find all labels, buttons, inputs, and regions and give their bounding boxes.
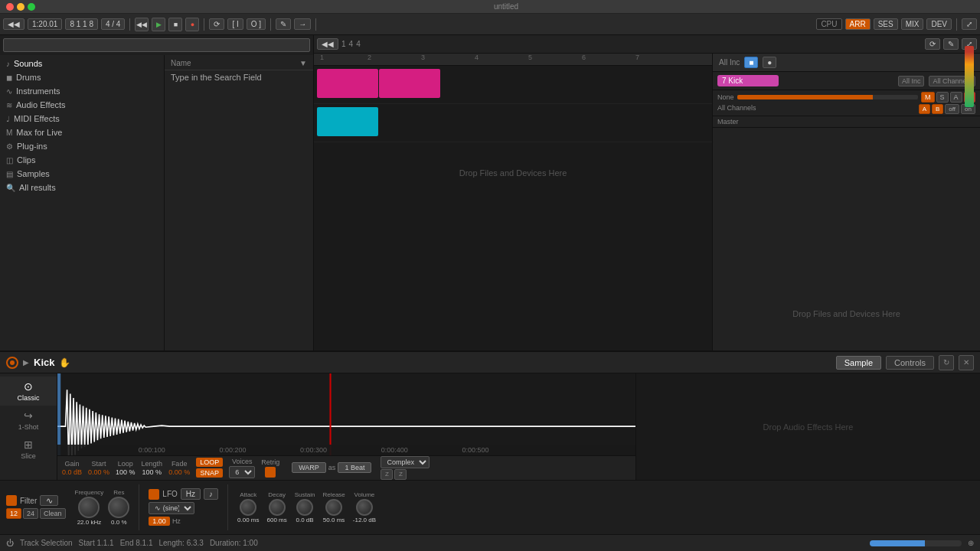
ctrl-blue-btn[interactable]: ■ [744,57,758,68]
attack-value: 0.00 ms [237,517,259,523]
lfo-toggle[interactable] [149,489,159,500]
dev-tab[interactable]: DEV [926,18,952,30]
cat-plugins-label: Plug-ins [17,142,47,151]
minimize-btn[interactable] [17,3,24,11]
filter-12-btn[interactable]: 12 [6,508,21,519]
filter-section: Filter ∿ 12 24 Clean Frequency 22.0 kHz … [0,480,980,534]
sampler-refresh-btn[interactable]: ↻ [939,355,954,370]
cat-clips[interactable]: ◫ Clips [0,153,164,167]
ruler-2: 2 [368,54,371,61]
follow-btn[interactable]: → [294,18,311,30]
warp-btn[interactable]: WARP [292,462,326,473]
sampler-tab-sample[interactable]: Sample [836,356,881,370]
close-btn[interactable] [6,3,14,11]
clip-cyan-1[interactable] [317,107,378,136]
vu-meter [965,54,974,199]
track-mute-btn[interactable]: M [921,92,935,103]
send-b-btn[interactable]: B [932,104,943,114]
arr-clip-btn[interactable]: ✎ [943,38,959,50]
filter-24-btn[interactable]: 24 [23,508,38,519]
start-value[interactable]: 0.00 % [88,468,109,476]
sampler-play-icon[interactable]: ▶ [23,358,29,367]
gain-value[interactable]: 0.0 dB [62,468,82,476]
arr-back-btn[interactable]: ◀◀ [317,38,338,50]
attack-knob[interactable] [240,499,256,516]
tc-4: 0:00:400 [381,446,408,454]
filter-clean-btn[interactable]: Clean [40,508,66,519]
clip-kick-2[interactable] [379,69,440,98]
cat-samples[interactable]: ▤ Samples [0,167,164,181]
fade-value[interactable]: 0.00 % [168,468,190,476]
mode-1shot[interactable]: ↪ 1-Shot [0,406,57,435]
cat-audio-effects[interactable]: ≋ Audio Effects [0,98,164,112]
lfo-music-btn[interactable]: ♪ [204,488,218,500]
cat-drums[interactable]: ◼ Drums [0,70,164,84]
sep2 [204,18,204,31]
sampler-tab-controls[interactable]: Controls [886,356,934,370]
results-sort-btn[interactable]: ▼ [299,59,307,67]
back-btn[interactable]: ◀◀ [135,18,149,31]
status-power-icon[interactable]: ⏻ [6,539,14,547]
freq-knob[interactable] [78,497,100,518]
status-nav-icon[interactable]: ⊕ [968,539,974,547]
cat-midi-effects[interactable]: ♩ MIDI Effects [0,112,164,126]
cat-max-live[interactable]: M Max for Live [0,126,164,139]
cat-sounds[interactable]: ♪ Sounds [0,57,164,70]
release-knob[interactable] [325,499,342,516]
sampler-close-btn[interactable]: ✕ [959,355,974,370]
sampler-hand-icon[interactable]: ✋ [59,357,70,368]
volume-knob[interactable] [356,499,373,516]
send-a-btn[interactable]: A [919,104,930,114]
results-header: Name ▼ [165,57,313,70]
session-tab[interactable]: SES [874,18,898,30]
ts-btn[interactable]: 4 / 4 [101,18,125,30]
mode-slice[interactable]: ⊞ Slice [0,435,57,464]
sustain-knob[interactable] [296,499,313,516]
sampler-power-btn[interactable] [6,357,18,369]
tap-btn[interactable]: ◀◀ [3,18,24,30]
lfo-wave-select[interactable]: ∿ (sine) ⊓ (square) / (saw) △ (tri) [149,502,194,514]
cat-instruments[interactable]: ∿ Instruments [0,84,164,98]
clip-kick-1[interactable] [317,69,378,98]
cat-plugins[interactable]: ⚙ Plug-ins [0,139,164,153]
vol-bar[interactable] [737,95,919,99]
stop-btn[interactable]: ■ [168,18,182,31]
res-knob[interactable] [108,497,129,518]
track-solo-btn[interactable]: S [936,92,949,103]
cat-all-results[interactable]: 🔍 All results [0,181,164,194]
loop-value[interactable]: 100 % [116,468,136,476]
voices-select[interactable]: 6 1 2 4 8 [229,466,255,478]
lfo-hz-btn[interactable]: Hz [181,488,201,500]
snap-btn[interactable]: SNAP [196,468,223,478]
record-btn[interactable]: ● [185,18,199,31]
punch-out-btn[interactable]: O ] [247,18,266,30]
track-name-7kick[interactable]: 7 Kick [717,75,779,86]
loop-mode-btn[interactable]: LOOP [196,458,223,467]
warp-z2-btn[interactable]: Z [394,469,407,480]
play-btn[interactable]: ▶ [152,18,165,31]
arr-loop-btn[interactable]: ⟳ [925,38,940,50]
warp-z1-btn[interactable]: Z [381,469,393,480]
punch-in-btn[interactable]: [ I [227,18,243,30]
track-arm-btn[interactable]: A [950,92,962,103]
draw-btn[interactable]: ✎ [276,18,291,30]
mix-tab[interactable]: MIX [901,18,924,30]
filter-curve-btn[interactable]: ∿ [40,495,58,506]
sampler-title[interactable]: Kick [34,357,54,368]
drop-area[interactable]: Drop Files and Devices Here [314,142,712,204]
filter-toggle[interactable] [6,495,17,506]
beat-btn[interactable]: 1 Beat [338,462,371,473]
maximize-btn[interactable] [28,3,35,11]
loop-btn[interactable]: ⟳ [209,18,224,30]
ctrl-btn-1[interactable]: ● [763,57,776,68]
arrangement-tab[interactable]: ARR [845,18,871,30]
mode-classic[interactable]: ⊙ Classic [0,377,57,406]
search-input[interactable] [3,38,310,52]
complex-select[interactable]: Complex Beats Tones Re-pitch [381,456,430,468]
expand-btn[interactable]: ⤢ [962,18,977,30]
retrig-btn[interactable] [265,467,276,478]
length-value[interactable]: 100 % [142,468,162,476]
lfo-rate-value[interactable]: 1.00 [149,517,170,526]
decay-knob[interactable] [269,499,286,516]
off-btn[interactable]: off [945,104,959,114]
